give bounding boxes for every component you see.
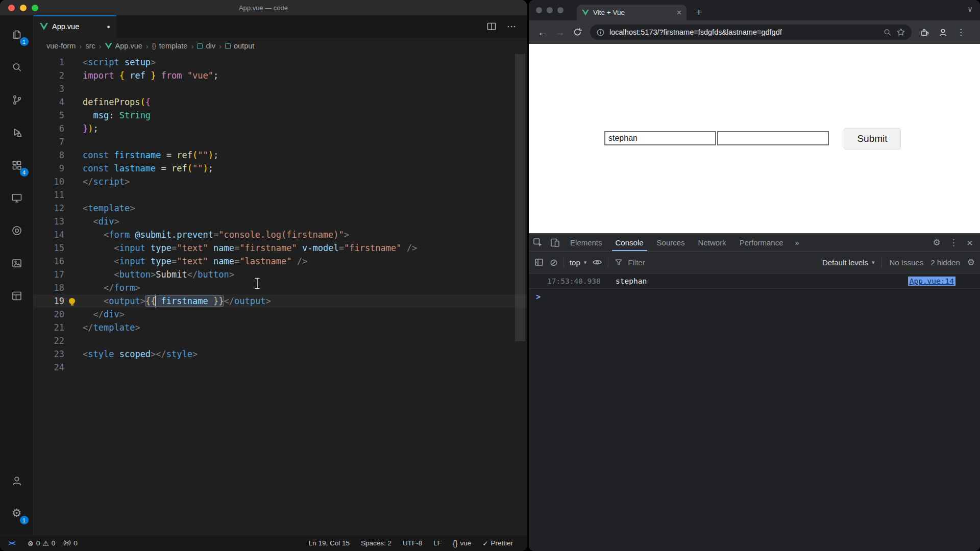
code-line[interactable]: 5 msg: String (34, 109, 527, 122)
console-source-link[interactable]: App.vue:14 (908, 277, 955, 286)
lastname-input[interactable] (717, 131, 829, 145)
code-line[interactable]: 11 (34, 188, 527, 202)
code-editor[interactable]: 1<script setup>2import { ref } from "vue… (34, 54, 527, 535)
live-expression-eye-icon[interactable] (592, 257, 602, 267)
submit-button[interactable]: Submit (844, 128, 901, 149)
code-line[interactable]: 10</script> (34, 175, 527, 188)
language-mode-status[interactable]: {} vue (447, 539, 477, 547)
code-line[interactable]: 12<template> (34, 202, 527, 215)
code-line[interactable]: 8const firstname = ref(""); (34, 148, 527, 162)
code-line[interactable]: 23<style scoped></style> (34, 347, 527, 361)
code-line[interactable]: 15 <input type="text" name="firstname" v… (34, 241, 527, 255)
run-debug-icon[interactable] (5, 116, 29, 149)
code-line[interactable]: 21</template> (34, 321, 527, 334)
zoom-icon[interactable] (883, 28, 892, 37)
more-tabs-icon[interactable]: » (790, 238, 804, 247)
code-line[interactable]: 4defineProps({ (34, 95, 527, 109)
search-icon[interactable] (5, 51, 29, 84)
extensions-icon[interactable]: 4 (5, 149, 29, 182)
unsaved-changes-dot[interactable]: ● (107, 23, 110, 30)
more-actions-icon[interactable]: ⋯ (507, 21, 517, 32)
code-line[interactable]: 17 <button>Submit</button> (34, 268, 527, 281)
devtools-tab-network[interactable]: Network (692, 234, 733, 251)
account-icon[interactable] (5, 464, 29, 497)
inspect-element-icon[interactable] (529, 234, 546, 251)
breadcrumb-item-output[interactable]: output (225, 42, 254, 50)
code-line[interactable]: 1<script setup> (34, 56, 527, 69)
address-bar[interactable]: localhost:5173/?firstname=fsdgfds&lastna… (590, 24, 912, 40)
code-line[interactable]: 7 (34, 135, 527, 148)
profile-icon[interactable] (938, 28, 948, 37)
devtools-tab-console[interactable]: Console (609, 234, 650, 251)
code-line[interactable]: 13 <div> (34, 215, 527, 228)
zoom-window-button[interactable] (32, 5, 38, 11)
browser-menu-icon[interactable]: ⋮ (957, 28, 965, 37)
remote-explorer-icon[interactable] (5, 182, 29, 214)
back-button[interactable]: ← (534, 23, 551, 41)
code-line[interactable]: 24 (34, 361, 527, 374)
hidden-messages-count[interactable]: 2 hidden (930, 258, 960, 267)
issues-status[interactable]: No Issues (889, 258, 923, 267)
zoom-window-button[interactable] (557, 7, 564, 13)
firstname-input[interactable] (604, 131, 716, 145)
site-info-icon[interactable] (596, 28, 605, 37)
browser-tab[interactable]: Vite + Vue × (577, 5, 687, 20)
browser-tabstrip[interactable]: Vite + Vue × + ∨ (529, 0, 980, 20)
tab-app-vue[interactable]: App.vue ● (34, 15, 116, 38)
layout-extension-icon[interactable] (5, 280, 29, 312)
tab-search-icon[interactable]: ∨ (967, 5, 973, 14)
code-line[interactable]: 19 <output>{{ firstname }}</output> (34, 294, 527, 308)
device-toolbar-icon[interactable] (546, 234, 564, 251)
breadcrumb-item-div[interactable]: div (197, 42, 215, 50)
console-output[interactable]: 17:53:40.938 stephan App.vue:14 > (529, 273, 980, 551)
minimize-window-button[interactable] (547, 7, 553, 13)
extensions-puzzle-icon[interactable] (920, 28, 929, 37)
ports-status[interactable]: 0 (59, 539, 82, 547)
new-tab-button[interactable]: + (696, 7, 702, 17)
code-line[interactable]: 20 </div> (34, 308, 527, 321)
breadcrumb-item-src[interactable]: src (85, 42, 95, 50)
breadcrumb-item-template[interactable]: {}template (152, 42, 188, 50)
minimize-window-button[interactable] (20, 5, 27, 11)
tab-close-icon[interactable]: × (677, 9, 681, 17)
code-line[interactable]: 16 <input type="text" name="lastname" /> (34, 255, 527, 268)
breadcrumb-item-vueform[interactable]: vue-form (46, 42, 76, 50)
lightbulb-icon[interactable] (69, 298, 75, 304)
devtools-tab-performance[interactable]: Performance (733, 234, 790, 251)
formatter-status[interactable]: ✓ Prettier (477, 539, 519, 547)
code-line[interactable]: 3 (34, 82, 527, 95)
remote-indicator[interactable]: >< (0, 535, 23, 551)
breadcrumb-item-appvue[interactable]: App.vue (105, 42, 142, 50)
code-line[interactable]: 2import { ref } from "vue"; (34, 69, 527, 82)
settings-gear-icon[interactable]: ⚙ 1 (5, 497, 29, 530)
console-filter-input[interactable]: Filter (614, 258, 726, 267)
close-window-button[interactable] (536, 7, 542, 13)
devtools-tab-elements[interactable]: Elements (564, 234, 609, 251)
code-line[interactable]: 9const lastname = ref(""); (34, 162, 527, 175)
encoding-status[interactable]: UTF-8 (397, 539, 428, 547)
console-input-row[interactable]: > (529, 289, 980, 305)
close-window-button[interactable] (8, 5, 15, 11)
console-message-row[interactable]: 17:53:40.938 stephan App.vue:14 (529, 273, 980, 289)
explorer-icon[interactable]: 1 (5, 18, 29, 51)
log-levels-select[interactable]: Default levels ▾ (822, 258, 875, 267)
media-extension-icon[interactable] (5, 247, 29, 280)
code-line[interactable]: 14 <form @submit.prevent="console.log(fi… (34, 228, 527, 241)
source-control-icon[interactable] (5, 84, 29, 116)
devtools-close-icon[interactable]: × (967, 237, 973, 248)
extension-ring-icon[interactable] (5, 214, 29, 247)
devtools-settings-icon[interactable]: ⚙ (933, 238, 940, 247)
code-line[interactable]: 18 </form> (34, 281, 527, 294)
console-settings-icon[interactable]: ⚙ (967, 258, 975, 267)
clear-console-icon[interactable]: ⊘ (550, 258, 558, 267)
eol-status[interactable]: LF (428, 539, 447, 547)
indentation-status[interactable]: Spaces: 2 (355, 539, 397, 547)
problems-status[interactable]: ⊗ 0 ⚠ 0 (23, 539, 59, 547)
devtools-menu-icon[interactable]: ⋮ (949, 238, 958, 247)
javascript-context-select[interactable]: top ▾ (570, 258, 586, 267)
editor-scrollbar[interactable] (515, 54, 525, 341)
split-editor-icon[interactable] (486, 21, 497, 32)
devtools-tab-sources[interactable]: Sources (650, 234, 692, 251)
cursor-position-status[interactable]: Ln 19, Col 15 (303, 539, 355, 547)
url-text[interactable]: localhost:5173/?firstname=fsdgfds&lastna… (609, 28, 878, 36)
